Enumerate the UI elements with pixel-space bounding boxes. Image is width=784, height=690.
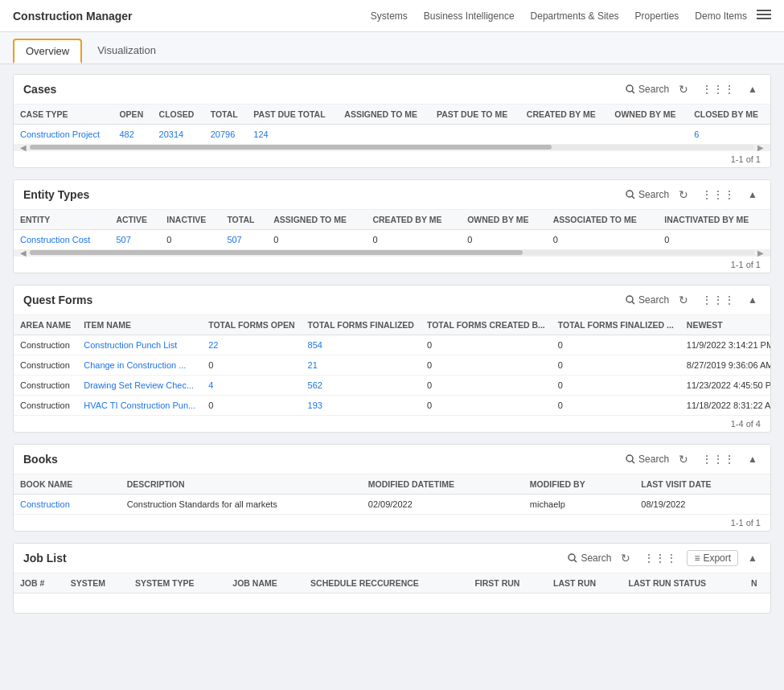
cell-inactivated-by-me: 0 <box>658 230 770 250</box>
books-table: BOOK NAME DESCRIPTION MODIFIED DATETIME … <box>14 474 770 514</box>
finalized-link-1[interactable]: 21 <box>308 360 318 370</box>
nav-departments-sites[interactable]: Departments & Sites <box>531 10 619 22</box>
cases-columns-button[interactable]: ⋮⋮⋮ <box>698 81 738 97</box>
cases-scrollbar[interactable]: ◀ ▶ <box>14 144 770 150</box>
item-link-0[interactable]: Construction Punch List <box>84 340 177 350</box>
entity-types-columns-button[interactable]: ⋮⋮⋮ <box>698 187 738 203</box>
item-link-3[interactable]: HVAC TI Construction Pun... <box>84 400 195 410</box>
col-last-visit-date: LAST VISIT DATE <box>634 474 770 495</box>
cases-refresh-button[interactable]: ↻ <box>675 81 692 97</box>
cases-collapse-button[interactable]: ▲ <box>745 82 761 97</box>
open-link-2[interactable]: 4 <box>208 380 213 390</box>
cell-open-3: 0 <box>202 396 301 416</box>
cell-open-2: 4 <box>202 376 301 396</box>
nav-business-intelligence[interactable]: Business Intelligence <box>424 10 515 22</box>
entity-types-refresh-button[interactable]: ↻ <box>675 187 692 203</box>
finalized-link-3[interactable]: 193 <box>308 400 322 410</box>
cell-newest-0: 11/9/2022 3:14:21 PM <box>680 335 771 355</box>
books-search-button[interactable]: Search <box>626 454 669 465</box>
books-columns-button[interactable]: ⋮⋮⋮ <box>698 451 738 467</box>
job-list-title: Job List <box>23 552 568 565</box>
item-link-1[interactable]: Change in Construction ... <box>84 360 186 370</box>
col-schedule-reccurence: SCHEDULE RECCURENCE <box>304 573 468 593</box>
books-header: Books Search ↻ ⋮⋮⋮ ▲ <box>14 445 770 474</box>
closed-link[interactable]: 20314 <box>159 129 184 139</box>
construction-book-link[interactable]: Construction <box>20 499 70 509</box>
job-list-collapse-button[interactable]: ▲ <box>745 551 761 565</box>
col-associated-to-me: ASSOCIATED TO ME <box>547 210 659 230</box>
cell-finalized2-0: 0 <box>552 335 680 355</box>
svg-rect-0 <box>757 10 771 11</box>
cases-controls: Search ↻ ⋮⋮⋮ ▲ <box>626 81 761 97</box>
entity-types-table: ENTITY ACTIVE INACTIVE TOTAL ASSIGNED TO… <box>14 210 770 249</box>
job-list-export-button[interactable]: ≡ Export <box>687 550 738 566</box>
entity-types-title: Entity Types <box>23 188 626 201</box>
open-link[interactable]: 482 <box>119 129 133 139</box>
menu-icon[interactable] <box>757 7 771 24</box>
cell-total: 507 <box>220 230 267 250</box>
cell-newest-3: 11/18/2022 8:31:22 AM <box>680 396 771 416</box>
cell-finalized-1: 21 <box>302 355 421 376</box>
cell-created-b-1: 0 <box>421 355 552 376</box>
total-link[interactable]: 507 <box>227 235 241 244</box>
cell-created-b-0: 0 <box>421 335 552 355</box>
col-closed: CLOSED <box>153 105 204 125</box>
col-owned-by-me: OWNED BY ME <box>461 210 546 230</box>
col-job-num: JOB # <box>14 573 64 593</box>
open-link-0[interactable]: 22 <box>208 340 218 350</box>
closed-by-me-link[interactable]: 6 <box>694 129 699 139</box>
cell-inactive: 0 <box>160 230 220 250</box>
col-owned-by-me: OWNED BY ME <box>608 105 688 125</box>
table-row: Construction Change in Construction ... … <box>14 355 771 376</box>
cell-newest-1: 8/27/2019 9:36:06 AM <box>680 355 771 376</box>
job-list-search-button[interactable]: Search <box>568 552 611 564</box>
finalized-link-0[interactable]: 854 <box>308 340 322 350</box>
cases-search-button[interactable]: Search <box>626 84 669 95</box>
quest-forms-collapse-button[interactable]: ▲ <box>745 293 761 307</box>
job-list-refresh-button[interactable]: ↻ <box>618 550 634 566</box>
job-list-columns-button[interactable]: ⋮⋮⋮ <box>640 550 680 566</box>
cell-entity: Construction Cost <box>14 230 109 250</box>
quest-forms-refresh-button[interactable]: ↻ <box>675 292 692 308</box>
col-total-forms-open: TOTAL FORMS OPEN <box>202 315 301 335</box>
search-icon <box>626 190 635 199</box>
construction-cost-link[interactable]: Construction Cost <box>20 235 90 244</box>
construction-project-link[interactable]: Construction Project <box>20 129 100 139</box>
svg-point-7 <box>626 296 633 302</box>
books-header-row: BOOK NAME DESCRIPTION MODIFIED DATETIME … <box>14 474 770 495</box>
quest-forms-title: Quest Forms <box>23 294 626 306</box>
col-last-run-status: LAST RUN STATUS <box>622 573 745 593</box>
col-total-forms-finalized2: TOTAL FORMS FINALIZED ... <box>552 315 680 335</box>
item-link-2[interactable]: Drawing Set Review Chec... <box>84 380 194 390</box>
quest-forms-pagination: 1-4 of 4 <box>14 415 770 432</box>
col-n: N <box>745 573 770 593</box>
finalized-link-2[interactable]: 562 <box>308 380 322 390</box>
nav-properties[interactable]: Properties <box>635 10 679 22</box>
past-due-total-link[interactable]: 124 <box>253 129 268 139</box>
cell-created-b-2: 0 <box>421 376 552 396</box>
entity-types-scrollbar[interactable]: ◀ ▶ <box>14 249 770 256</box>
active-link[interactable]: 507 <box>116 235 130 244</box>
nav-systems[interactable]: Systems <box>371 10 408 22</box>
col-area-name: AREA NAME <box>14 315 77 335</box>
books-refresh-button[interactable]: ↻ <box>675 451 692 467</box>
cell-past-due-to-me <box>430 125 520 145</box>
cases-table: CASE TYPE OPEN CLOSED TOTAL PAST DUE TOT… <box>14 105 770 144</box>
books-collapse-button[interactable]: ▲ <box>745 452 761 466</box>
table-row: Construction Drawing Set Review Chec... … <box>14 376 771 396</box>
quest-forms-columns-button[interactable]: ⋮⋮⋮ <box>698 292 738 308</box>
entity-types-collapse-button[interactable]: ▲ <box>745 187 761 202</box>
search-icon <box>626 295 635 305</box>
tab-visualization[interactable]: Visualization <box>85 39 168 64</box>
svg-point-11 <box>569 554 575 561</box>
table-row: Construction Cost 507 0 507 0 0 0 0 0 <box>14 230 770 250</box>
quest-forms-search-button[interactable]: Search <box>626 294 669 306</box>
nav-demo-items[interactable]: Demo Items <box>695 10 747 22</box>
col-open: OPEN <box>113 105 152 125</box>
tab-overview[interactable]: Overview <box>13 39 82 64</box>
col-modified-by: MODIFIED BY <box>523 474 635 495</box>
quest-forms-section: Quest Forms Search ↻ ⋮⋮⋮ ▲ AREA NAME ITE… <box>13 285 771 433</box>
cell-associated-to-me: 0 <box>547 230 659 250</box>
total-link[interactable]: 20796 <box>211 129 236 139</box>
entity-types-search-button[interactable]: Search <box>626 189 669 200</box>
